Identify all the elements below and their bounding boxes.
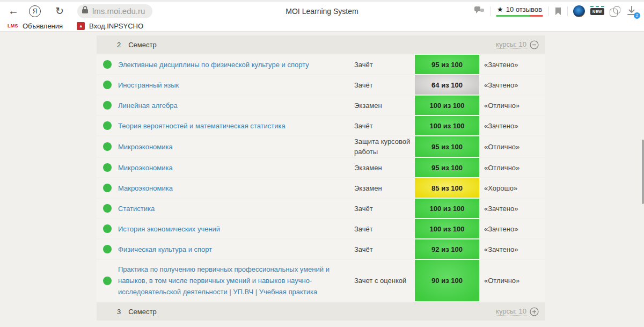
score-badge: 85 из 100 bbox=[415, 178, 479, 198]
score-badge: 95 из 100 bbox=[415, 136, 479, 157]
courses-count-link[interactable]: курсы: 10 bbox=[496, 40, 526, 49]
divider bbox=[490, 6, 491, 16]
score-badge: 100 из 100 bbox=[415, 199, 479, 218]
grade-text: «Зачтено» bbox=[479, 225, 545, 233]
course-row: Элективные дисциплины по физической куль… bbox=[97, 55, 545, 74]
score-badge: 92 из 100 bbox=[415, 239, 479, 259]
divider bbox=[567, 6, 568, 16]
course-status-dot bbox=[97, 224, 118, 233]
course-status-dot bbox=[97, 142, 118, 151]
course-link[interactable]: Макроэкономика bbox=[118, 179, 354, 198]
green-dot-icon bbox=[103, 101, 112, 110]
assessment-type: Экзамен bbox=[354, 163, 415, 173]
protect-icon[interactable] bbox=[474, 5, 485, 17]
course-status-dot bbox=[97, 277, 118, 285]
course-row: Теория вероятностей и математическая ста… bbox=[97, 116, 545, 135]
course-link[interactable]: Теория вероятностей и математическая ста… bbox=[118, 117, 354, 135]
collapse-semester-icon[interactable] bbox=[530, 40, 539, 49]
expand-semester-icon[interactable] bbox=[530, 307, 539, 316]
course-link[interactable]: Элективные дисциплины по физической куль… bbox=[118, 55, 354, 74]
star-icon: ★ bbox=[497, 5, 503, 13]
browser-window: { "browser": { "url": "lms.moi.edu.ru", … bbox=[0, 0, 644, 327]
assessment-type: Зачёт bbox=[354, 121, 415, 131]
green-dot-icon bbox=[103, 121, 112, 130]
semester-number: 2 bbox=[117, 41, 121, 49]
grade-text: «Зачтено» bbox=[479, 122, 545, 130]
green-dot-icon bbox=[103, 60, 112, 69]
course-link[interactable]: Физическая культура и спорт bbox=[118, 240, 354, 259]
course-status-dot bbox=[97, 60, 118, 69]
semester-title: Семестр bbox=[128, 41, 156, 49]
lock-icon bbox=[82, 6, 89, 16]
course-link[interactable]: Иностранный язык bbox=[118, 76, 354, 95]
score-badge: 95 из 100 bbox=[415, 55, 479, 74]
lms-favicon: LMS bbox=[8, 23, 18, 28]
address-bar[interactable]: lms.moi.edu.ru bbox=[77, 4, 152, 18]
download-button[interactable]: 2 bbox=[626, 5, 639, 18]
bookmarks-bar: LMS Объявления ▲ Вход.INPSYCHO bbox=[0, 20, 644, 32]
page-scrollbar[interactable] bbox=[642, 140, 644, 204]
course-row: История экономических учений Зачёт 100 и… bbox=[97, 219, 545, 238]
course-status-dot bbox=[97, 184, 118, 192]
grade-text: «Отлично» bbox=[479, 277, 545, 285]
bookmark-inpsycho-login[interactable]: ▲ Вход.INPSYCHO bbox=[77, 22, 143, 30]
score-badge: 100 из 100 bbox=[415, 96, 479, 115]
yandex-home-icon[interactable]: Я bbox=[29, 5, 41, 17]
site-reviews-button[interactable]: ★ 10 отзывов bbox=[496, 5, 543, 17]
screenshot-new-icon[interactable]: NEW bbox=[590, 6, 604, 17]
grade-text: «Зачтено» bbox=[479, 245, 545, 253]
green-dot-icon bbox=[103, 184, 112, 192]
course-row: Практика по получению первичных професси… bbox=[97, 260, 545, 301]
course-link[interactable]: Микроэкономика bbox=[118, 137, 354, 156]
course-status-dot bbox=[97, 163, 118, 172]
course-link[interactable]: История экономических учений bbox=[118, 220, 354, 238]
assessment-type: Зачёт bbox=[354, 224, 415, 234]
score-badge: 90 из 100 bbox=[415, 260, 479, 301]
course-link[interactable]: Линейная алгебра bbox=[118, 96, 354, 115]
bookmark-announcements[interactable]: LMS Объявления bbox=[8, 22, 63, 30]
bookmark-flag-icon[interactable] bbox=[554, 7, 562, 16]
course-row: Линейная алгебра Экзамен 100 из 100 «Отл… bbox=[97, 96, 545, 115]
courses-count-link[interactable]: курсы: 10 bbox=[496, 307, 526, 316]
assessment-type: Зачёт bbox=[354, 244, 415, 255]
green-dot-icon bbox=[103, 81, 112, 89]
course-status-dot bbox=[97, 245, 118, 253]
semester-title: Семестр bbox=[128, 308, 156, 316]
grade-text: «Отлично» bbox=[479, 164, 545, 172]
reviews-count: 10 отзывов bbox=[506, 5, 542, 13]
toolbar-extensions: ★ 10 отзывов NEW 2 bbox=[470, 5, 639, 18]
course-row: Статистика Зачёт 100 из 100 «Зачтено» bbox=[97, 199, 545, 218]
green-dot-icon bbox=[103, 224, 112, 233]
green-dot-icon bbox=[103, 245, 112, 253]
score-badge: 100 из 100 bbox=[415, 116, 479, 135]
course-row: Макроэкономика Экзамен 85 из 100 «Хорошо… bbox=[97, 178, 545, 198]
course-link[interactable]: Практика по получению первичных професси… bbox=[118, 260, 354, 301]
score-badge: 95 из 100 bbox=[415, 158, 479, 177]
refresh-button[interactable]: ↻ bbox=[52, 3, 68, 19]
gradebook-table: 2 Семестр курсы: 10 Элективные дисциплин… bbox=[97, 35, 545, 322]
course-status-dot bbox=[97, 204, 118, 213]
url-text: lms.moi.edu.ru bbox=[92, 6, 145, 16]
course-link[interactable]: Микроэкономика bbox=[118, 158, 354, 177]
course-link[interactable]: Статистика bbox=[118, 199, 354, 218]
inpsycho-favicon: ▲ bbox=[77, 22, 85, 30]
profile-avatar[interactable] bbox=[573, 5, 585, 17]
grade-text: «Зачтено» bbox=[479, 205, 545, 213]
divider bbox=[548, 6, 549, 16]
semester-2-header: 2 Семестр курсы: 10 bbox=[97, 35, 545, 54]
assessment-type: Зачёт bbox=[354, 60, 415, 70]
lms-page: 2 Семестр курсы: 10 Элективные дисциплин… bbox=[0, 32, 644, 327]
green-dot-icon bbox=[103, 163, 112, 172]
score-badge: 100 из 100 bbox=[415, 219, 479, 238]
green-dot-icon bbox=[103, 142, 112, 151]
grade-text: «Отлично» bbox=[479, 143, 545, 151]
score-badge: 64 из 100 bbox=[415, 75, 479, 95]
back-button[interactable]: ← bbox=[5, 3, 21, 19]
assessment-type: Зачёт bbox=[354, 80, 415, 90]
assessment-type: Экзамен bbox=[354, 100, 415, 111]
assessment-type: Экзамен bbox=[354, 183, 415, 193]
bookmark-label: Вход.INPSYCHO bbox=[89, 22, 143, 30]
course-status-dot bbox=[97, 81, 118, 89]
tabs-icon[interactable] bbox=[610, 6, 620, 16]
downloads-count-badge: 2 bbox=[634, 12, 640, 19]
